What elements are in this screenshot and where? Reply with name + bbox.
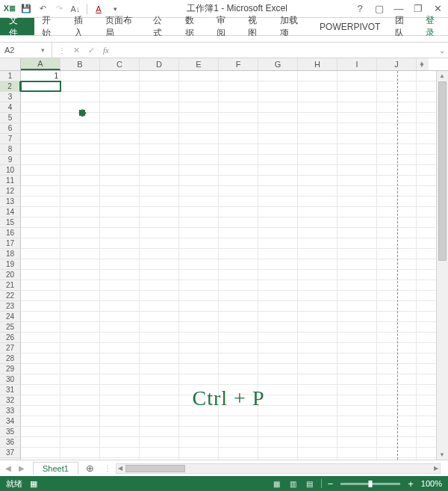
cell[interactable] [179,280,219,290]
cell[interactable] [100,312,140,321]
cell[interactable] [298,165,337,175]
column-header-f[interactable]: F [219,58,258,70]
cell[interactable] [377,374,417,384]
cell[interactable] [258,186,298,196]
cell[interactable] [60,113,100,123]
cell[interactable] [100,207,140,217]
cell[interactable] [179,343,219,353]
cell[interactable] [100,437,140,447]
cell[interactable] [219,123,258,133]
row-header[interactable]: 24 [0,312,21,322]
tab-data[interactable]: 数据 [178,18,209,35]
cell[interactable] [100,123,140,133]
row-header[interactable]: 27 [0,343,21,353]
cell[interactable] [377,144,417,154]
cell[interactable] [258,374,298,384]
cell[interactable] [179,416,219,426]
cell[interactable] [258,92,298,102]
cell[interactable] [21,228,60,238]
cell[interactable] [60,92,100,102]
cell[interactable] [219,259,258,269]
cell[interactable] [377,217,417,227]
cell[interactable] [179,427,219,436]
cell[interactable] [140,416,179,426]
row-header[interactable]: 21 [0,280,21,291]
cell[interactable] [377,406,417,416]
cell[interactable] [140,270,179,280]
cell[interactable] [377,123,417,133]
cell[interactable] [21,259,60,269]
cell[interactable] [21,186,60,196]
cell[interactable] [60,343,100,353]
cell[interactable] [179,155,219,164]
cell[interactable] [179,333,219,342]
cell[interactable] [179,81,219,91]
cell[interactable] [298,343,337,353]
cell[interactable] [219,322,258,332]
cell[interactable] [377,427,417,436]
sheet-nav-next-icon[interactable]: ▶ [16,464,27,472]
cell[interactable] [337,343,377,353]
signin-link[interactable]: 登录 [420,18,448,35]
cell[interactable] [219,448,258,457]
cell[interactable] [179,448,219,457]
expand-formula-bar-icon[interactable]: ⌄ [436,46,448,55]
cell[interactable] [337,312,377,321]
cell[interactable] [298,416,337,426]
cell[interactable] [140,165,179,175]
cell[interactable] [21,374,60,384]
cell[interactable] [219,458,258,460]
cell[interactable] [21,291,60,300]
cell[interactable] [219,249,258,259]
row-header[interactable]: 23 [0,301,21,312]
cell[interactable] [60,270,100,280]
cell[interactable] [140,228,179,238]
cell[interactable] [21,385,60,395]
cell[interactable] [219,385,258,395]
cell[interactable] [377,280,417,290]
tab-team[interactable]: 团队 [388,18,419,35]
cell[interactable] [100,343,140,353]
cell[interactable] [100,238,140,248]
cell[interactable] [258,123,298,133]
cell[interactable] [140,197,179,206]
cell[interactable] [179,207,219,217]
row-header[interactable]: 2 [0,81,21,92]
cell[interactable] [377,333,417,342]
row-header[interactable]: 29 [0,364,21,374]
cell[interactable] [140,259,179,269]
cell[interactable] [179,92,219,102]
cell[interactable] [179,312,219,321]
cell[interactable] [337,322,377,332]
cell[interactable] [60,71,100,81]
cell[interactable] [298,144,337,154]
cell[interactable] [179,385,219,395]
cell[interactable] [298,291,337,300]
tab-home[interactable]: 开始 [34,18,66,35]
cell[interactable] [60,102,100,112]
cell[interactable] [60,81,100,91]
cell[interactable] [219,406,258,416]
cell[interactable] [140,176,179,185]
cell[interactable] [60,416,100,426]
cell[interactable] [140,406,179,416]
cell[interactable] [258,197,298,206]
cell[interactable] [298,113,337,123]
cell[interactable] [179,322,219,332]
cell[interactable] [60,448,100,457]
cell[interactable] [258,134,298,143]
row-header[interactable]: 16 [0,228,21,238]
row-header[interactable]: 12 [0,186,21,197]
cell[interactable]: 1 [21,71,60,81]
cell[interactable] [219,155,258,164]
cell[interactable] [100,280,140,290]
cell[interactable] [258,437,298,447]
cell[interactable] [219,134,258,143]
cell[interactable] [140,134,179,143]
column-header-g[interactable]: G [258,58,298,70]
row-header[interactable]: 34 [0,416,21,427]
cell[interactable] [21,333,60,342]
macro-record-icon[interactable]: ▦ [28,478,39,489]
cell[interactable] [140,322,179,332]
cell[interactable] [337,165,377,175]
